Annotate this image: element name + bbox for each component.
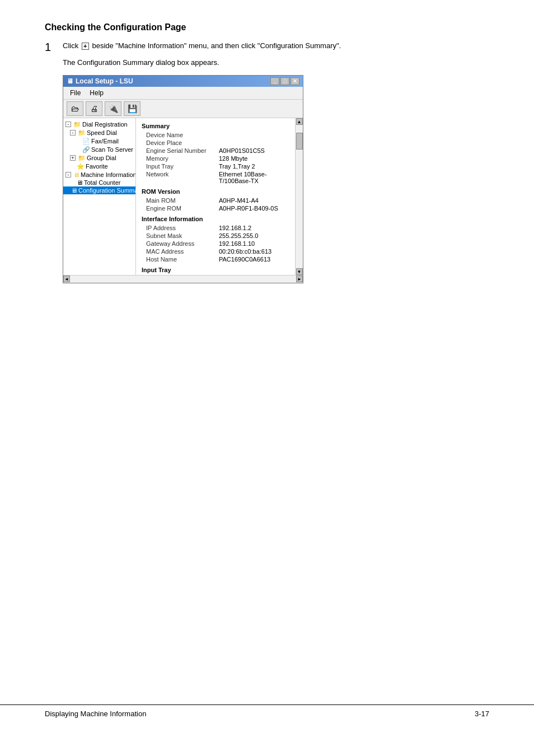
favorite-icon: ⭐ bbox=[77, 163, 85, 170]
label-engine-rom: Engine ROM bbox=[146, 205, 219, 212]
tree-item-config-summary[interactable]: 🖥 Configuration Summary bbox=[63, 186, 135, 194]
scroll-left-button[interactable]: ◄ bbox=[63, 276, 70, 282]
value-network: Ethernet 10Base-T/100Base-TX bbox=[219, 171, 285, 184]
tree-label-machine: Machine Information bbox=[81, 171, 136, 178]
toolbar-btn-2[interactable]: 🖨 bbox=[86, 101, 102, 116]
tree-item-fax-email[interactable]: 📄 Fax/Email bbox=[63, 137, 135, 146]
titlebar-left: 🖥 Local Setup - LSU bbox=[67, 77, 133, 85]
toolbar-btn-4[interactable]: 💾 bbox=[124, 101, 140, 116]
label-engine-serial: Engine Serial Number bbox=[146, 147, 219, 154]
tree-label-scan: Scan To Server bbox=[91, 146, 133, 153]
minimize-button[interactable]: _ bbox=[270, 77, 279, 85]
maximize-button[interactable]: □ bbox=[280, 77, 289, 85]
label-input-tray: Input Tray bbox=[146, 163, 219, 170]
value-input-tray: Tray 1,Tray 2 bbox=[219, 163, 255, 170]
window-icon: 🖥 bbox=[67, 77, 73, 85]
h-scroll-track bbox=[70, 276, 296, 282]
label-main-rom: Main ROM bbox=[146, 197, 219, 204]
tree-label-group: Group Dial bbox=[87, 155, 116, 161]
label-hostname: Host Name bbox=[146, 256, 219, 263]
row-input-tray: Input Tray Tray 1,Tray 2 bbox=[142, 162, 289, 170]
folder-icon-group: 📁 bbox=[78, 155, 86, 162]
row-engine-rom: Engine ROM A0HP-R0F1-B409-0S bbox=[142, 204, 289, 212]
result-text: The Configuration Summary dialog box app… bbox=[63, 57, 489, 68]
expand-speed-icon[interactable]: - bbox=[70, 130, 76, 136]
label-subnet: Subnet Mask bbox=[146, 232, 219, 239]
summary-section-rom: ROM Version Main ROM A0HP-M41-A4 Engine … bbox=[142, 188, 289, 212]
tree-panel: - 📁 Dial Registration - 📁 Speed Dial 📄 F… bbox=[63, 118, 136, 275]
label-device-place: Device Place bbox=[146, 139, 219, 146]
tree-label-fax: Fax/Email bbox=[91, 138, 119, 144]
step-text-after: beside "Machine Information" menu, and t… bbox=[92, 41, 341, 50]
expand-machine-icon[interactable]: - bbox=[65, 172, 71, 178]
tree-item-favorite[interactable]: ⭐ Favorite bbox=[63, 162, 135, 171]
step-number: 1 bbox=[45, 40, 60, 54]
value-engine-serial: A0HP01S01C5S bbox=[219, 147, 265, 154]
summary-header-rom: ROM Version bbox=[142, 188, 289, 195]
toolbar-btn-1[interactable]: 🗁 bbox=[67, 101, 83, 116]
folder-icon-machine: 🖥 bbox=[73, 171, 79, 178]
row-network: Network Ethernet 10Base-T/100Base-TX bbox=[142, 170, 289, 185]
scrollbar[interactable]: ▲ ▼ bbox=[295, 118, 303, 275]
menu-help[interactable]: Help bbox=[85, 88, 108, 98]
window-controls[interactable]: _ □ ✕ bbox=[270, 77, 299, 85]
summary-section-interface: Interface Information IP Address 192.168… bbox=[142, 216, 289, 263]
tree-item-total-counter[interactable]: 🖥 Total Counter bbox=[63, 179, 135, 186]
tree-label-favorite: Favorite bbox=[86, 163, 108, 170]
counter-icon: 🖥 bbox=[77, 179, 83, 186]
tree-item-group-dial[interactable]: + 📁 Group Dial bbox=[63, 154, 135, 162]
summary-section-tray: Input Tray Tray Paper Size Media Type Tr… bbox=[142, 267, 289, 275]
value-engine-rom: A0HP-R0F1-B409-0S bbox=[219, 205, 278, 212]
scroll-right-button[interactable]: ► bbox=[296, 276, 303, 282]
scroll-up-button[interactable]: ▲ bbox=[296, 118, 303, 125]
label-mac: MAC Address bbox=[146, 248, 219, 255]
value-memory: 128 Mbyte bbox=[219, 155, 247, 162]
menu-file[interactable]: File bbox=[65, 88, 85, 98]
page-content: Checking the Configuration Page 1 Click … bbox=[0, 0, 534, 306]
window-titlebar: 🖥 Local Setup - LSU _ □ ✕ bbox=[63, 76, 303, 87]
tree-label-dial: Dial Registration bbox=[82, 121, 128, 128]
close-button[interactable]: ✕ bbox=[291, 77, 299, 85]
plus-box-icon: + bbox=[82, 43, 89, 50]
value-ip: 192.168.1.2 bbox=[219, 225, 251, 231]
tree-item-dial-registration[interactable]: - 📁 Dial Registration bbox=[63, 120, 135, 129]
label-ip: IP Address bbox=[146, 225, 219, 231]
window-body: - 📁 Dial Registration - 📁 Speed Dial 📄 F… bbox=[63, 118, 303, 275]
window-menubar: File Help bbox=[63, 87, 303, 100]
step-text: Click + beside "Machine Information" men… bbox=[63, 40, 341, 52]
label-gateway: Gateway Address bbox=[146, 240, 219, 247]
scroll-down-button[interactable]: ▼ bbox=[296, 268, 303, 275]
row-ip: IP Address 192.168.1.2 bbox=[142, 224, 289, 232]
window-title: Local Setup - LSU bbox=[76, 77, 133, 85]
tree-item-scan-server[interactable]: 🔗 Scan To Server bbox=[63, 146, 135, 154]
row-gateway: Gateway Address 192.168.1.10 bbox=[142, 240, 289, 248]
label-device-name: Device Name bbox=[146, 132, 219, 138]
content-panel: Summary Device Name Device Place Engine … bbox=[136, 118, 295, 275]
folder-icon-dial: 📁 bbox=[73, 121, 81, 128]
tree-label-config: Configuration Summary bbox=[78, 187, 136, 194]
tree-label-counter: Total Counter bbox=[84, 179, 120, 186]
folder-icon-speed: 📁 bbox=[78, 129, 86, 137]
step-text-before: Click bbox=[63, 41, 78, 50]
tree-item-speed-dial[interactable]: - 📁 Speed Dial bbox=[63, 129, 135, 137]
row-device-place: Device Place bbox=[142, 139, 289, 147]
window-toolbar: 🗁 🖨 🔌 💾 bbox=[63, 100, 303, 118]
tree-item-machine-info[interactable]: - 🖥 Machine Information bbox=[63, 171, 135, 179]
row-memory: Memory 128 Mbyte bbox=[142, 155, 289, 162]
page-footer: Displaying Machine Information 3-17 bbox=[0, 704, 534, 722]
value-gateway: 192.168.1.10 bbox=[219, 240, 255, 247]
summary-header-main: Summary bbox=[142, 123, 289, 129]
expand-dial-icon[interactable]: - bbox=[65, 122, 71, 127]
tree-label-speed: Speed Dial bbox=[87, 129, 117, 136]
toolbar-btn-3[interactable]: 🔌 bbox=[105, 101, 121, 116]
config-icon: 🖥 bbox=[71, 187, 77, 194]
scan-icon: 🔗 bbox=[82, 146, 90, 153]
expand-group-icon[interactable]: + bbox=[70, 155, 76, 161]
local-setup-window: 🖥 Local Setup - LSU _ □ ✕ File Help 🗁 🖨 … bbox=[63, 75, 303, 283]
row-engine-serial: Engine Serial Number A0HP01S01C5S bbox=[142, 147, 289, 155]
row-mac: MAC Address 00:20:6b:c0:ba:613 bbox=[142, 248, 289, 255]
horizontal-scrollbar[interactable]: ◄ ► bbox=[63, 275, 303, 283]
summary-header-interface: Interface Information bbox=[142, 216, 289, 222]
scroll-thumb[interactable] bbox=[296, 133, 303, 150]
section-title: Checking the Configuration Page bbox=[45, 22, 489, 32]
